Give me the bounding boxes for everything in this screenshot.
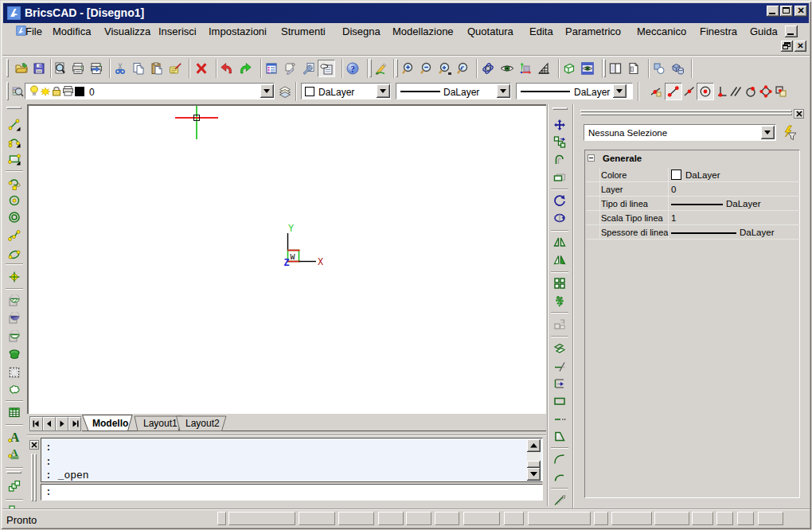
svg-text:Layout2: Layout2 [185, 418, 220, 429]
svg-text:Y: Y [288, 224, 294, 235]
svg-text:X: X [318, 257, 323, 268]
svg-text:Z: Z [284, 258, 290, 269]
svg-text:W: W [291, 253, 295, 262]
svg-text:?: ? [350, 64, 355, 74]
svg-text:Modello: Modello [92, 418, 128, 429]
svg-text:Layout1: Layout1 [143, 418, 178, 429]
